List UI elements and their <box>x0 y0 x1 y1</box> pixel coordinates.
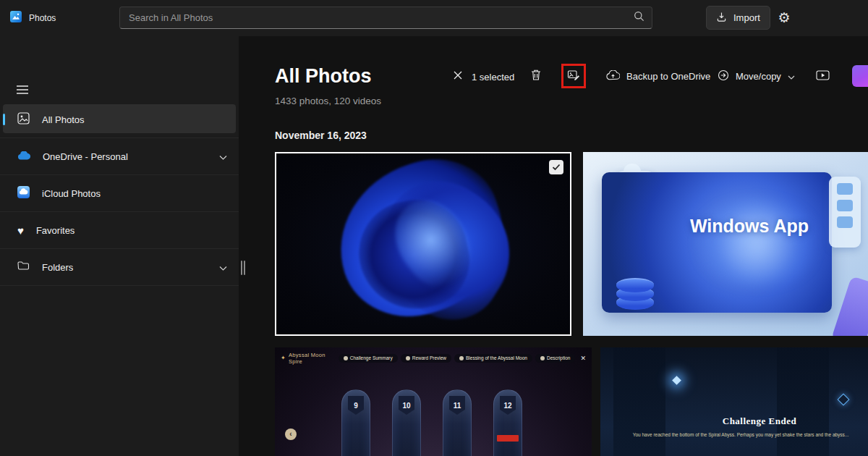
chevron-down-icon[interactable] <box>219 150 227 163</box>
windows-app-caption: Windows App <box>663 216 836 237</box>
import-button[interactable]: Import <box>706 6 770 30</box>
backup-to-onedrive-button[interactable]: Backup to OneDrive <box>602 65 715 87</box>
move-copy-button[interactable]: Move/copy <box>713 65 799 87</box>
abyss-floor-card: 9 <box>341 389 370 456</box>
photo-thumbnail-windows-bloom[interactable] <box>275 152 571 336</box>
photo-thumbnail-windows-app[interactable]: Windows App <box>583 152 868 336</box>
search-box[interactable] <box>119 7 652 29</box>
sidebar-item-all-photos[interactable]: All Photos <box>0 101 239 138</box>
slideshow-icon <box>816 69 830 83</box>
floor-number: 10 <box>399 396 414 415</box>
abyss-floor-card: 12 <box>493 389 522 456</box>
side-panel-shape <box>829 177 861 248</box>
import-icon <box>716 12 727 25</box>
edit-image-icon <box>567 69 580 84</box>
sidebar-item-onedrive[interactable]: OneDrive - Personal <box>0 138 239 175</box>
settings-button[interactable]: ⚙ <box>771 6 797 30</box>
sidebar-item-icloud-photos[interactable]: iCloud Photos <box>0 175 239 212</box>
floor-number: 11 <box>449 396 465 415</box>
edit-button-highlight-box <box>561 64 586 88</box>
dot-icon <box>344 356 348 360</box>
folder-icon <box>17 261 30 274</box>
sidebar-item-label: All Photos <box>42 114 227 125</box>
challenge-tag <box>497 435 519 442</box>
dot-icon <box>459 356 464 360</box>
sidebar: All Photos OneDrive - Personal <box>0 36 239 456</box>
gear-icon: ⚙ <box>778 11 790 25</box>
abyss-tab: Blessing of the Abyssal Moon <box>454 354 532 363</box>
sidebar-item-label: OneDrive - Personal <box>43 151 207 162</box>
photos-app-window: Photos Import ⚙ <box>0 0 868 456</box>
backup-label: Backup to OneDrive <box>626 71 710 82</box>
import-label: Import <box>733 12 760 23</box>
photo-count-subtitle: 1433 photos, 120 videos <box>275 96 381 106</box>
screen-glow <box>694 200 820 284</box>
sidebar-item-label: Folders <box>42 262 207 273</box>
abyss-tab: Reward Preview <box>401 354 451 363</box>
abyss-floor-card: 11 <box>443 389 472 456</box>
pillar-silhouette <box>613 347 665 456</box>
app-brand: Photos <box>10 0 56 36</box>
page-title: All Photos <box>275 65 372 88</box>
floor-number: 12 <box>500 396 516 415</box>
abyss-tab-label: Blessing of the Abyssal Moon <box>466 355 527 360</box>
abyss-tab: Description <box>535 354 576 363</box>
photos-app-icon <box>10 11 22 25</box>
move-copy-label: Move/copy <box>736 71 781 82</box>
dot-icon <box>406 356 410 360</box>
search-icon[interactable] <box>634 11 644 25</box>
trash-icon <box>530 69 542 83</box>
challenge-ended-subtitle: You have reached the bottom of the Spira… <box>618 431 864 439</box>
delete-button[interactable] <box>525 65 547 87</box>
photo-thumbnail-abyss-screenshot[interactable]: ✦ Abyssal Moon Spire Challenge Summary R… <box>275 347 592 456</box>
abyss-tab-label: Challenge Summary <box>350 355 393 360</box>
floor-number: 9 <box>348 396 364 415</box>
dot-icon <box>540 356 545 360</box>
selection-accent-bar <box>3 114 5 125</box>
challenge-ended-title: Challenge Ended <box>687 415 832 427</box>
top-bar: Photos Import ⚙ <box>0 0 868 36</box>
sidebar-item-label: Favorites <box>36 225 227 236</box>
onedrive-icon <box>17 150 30 163</box>
abyss-tab-label: Description <box>547 355 571 360</box>
dismiss-selection-button[interactable] <box>448 67 467 85</box>
abyss-title-group: ✦ Abyssal Moon Spire <box>281 352 333 365</box>
all-photos-icon <box>17 112 30 127</box>
icloud-icon <box>17 186 30 201</box>
app-title: Photos <box>29 13 56 23</box>
abyss-top-bar: ✦ Abyssal Moon Spire Challenge Summary R… <box>281 352 586 364</box>
selection-checkbox-checked[interactable] <box>549 160 563 174</box>
sidebar-item-label: iCloud Photos <box>42 188 227 199</box>
sidebar-item-favorites[interactable]: ♥ Favorites <box>0 212 239 249</box>
close-icon: ✕ <box>580 355 586 362</box>
search-input[interactable] <box>127 12 634 24</box>
hamburger-menu-button[interactable] <box>9 78 36 101</box>
heart-icon: ♥ <box>17 225 24 236</box>
star-icon: ✦ <box>281 355 286 361</box>
abyss-title: Abyssal Moon Spire <box>289 352 333 365</box>
abyss-floor-card: 10 <box>392 389 421 456</box>
selected-count-label: 1 selected <box>472 72 514 83</box>
back-arrow-icon: ‹ <box>285 428 297 440</box>
date-group-header: November 16, 2023 <box>275 130 367 141</box>
coin-shape <box>616 278 654 292</box>
photo-thumbnail-challenge-ended[interactable]: Challenge Ended You have reached the bot… <box>600 347 868 456</box>
cloud-backup-icon <box>606 70 620 83</box>
promo-thumbnail-icon[interactable] <box>852 65 868 87</box>
edit-button[interactable] <box>563 66 584 86</box>
sidebar-resize-handle[interactable] <box>241 261 247 275</box>
abyss-tab: Challenge Summary <box>339 354 398 363</box>
move-copy-icon <box>718 69 729 83</box>
abyss-tab-label: Reward Preview <box>412 355 446 360</box>
pillar-silhouette <box>777 347 829 456</box>
sidebar-item-folders[interactable]: Folders <box>0 249 239 286</box>
chevron-down-icon <box>788 71 795 82</box>
sidebar-nav: All Photos OneDrive - Personal <box>0 101 239 286</box>
slideshow-button[interactable] <box>812 65 833 87</box>
chevron-down-icon[interactable] <box>219 261 227 274</box>
close-icon <box>454 71 462 82</box>
